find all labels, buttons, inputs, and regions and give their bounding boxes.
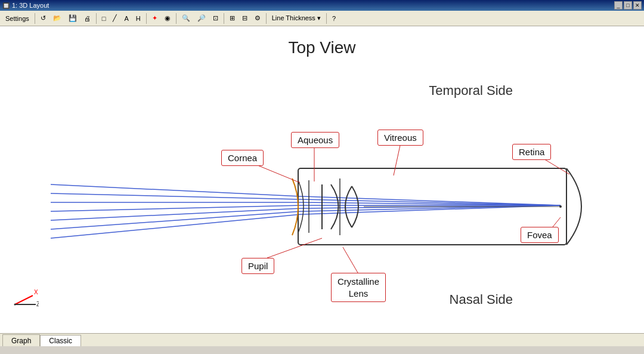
app-icon: 🔲: [2, 2, 10, 9]
rect-tool-button[interactable]: □: [99, 12, 109, 25]
view-icon: ⊟: [242, 14, 247, 22]
toolbar: Settings ↺ 📂 💾 🖨 □ ╱ A H ✦ ◉ 🔍 🔎 ⊡ ⊞ ⊟ ⚙…: [0, 11, 644, 26]
svg-text:X: X: [34, 289, 38, 295]
annotate-icon: ✦: [152, 14, 157, 22]
toolbar-separator-5: [224, 13, 224, 24]
close-button[interactable]: ✕: [633, 1, 642, 10]
layout-button[interactable]: ⊞: [227, 12, 238, 25]
temporal-label: Temporal Side: [429, 83, 513, 98]
retina-annotation: Retina: [512, 144, 551, 160]
title-bar-controls[interactable]: _ □ ✕: [614, 1, 642, 10]
vitreous-annotation: Vitreous: [377, 130, 423, 146]
zoom-in-button[interactable]: 🔍: [179, 12, 193, 25]
zoom-in-icon: 🔍: [182, 14, 190, 22]
rect-icon: □: [102, 15, 106, 22]
svg-point-19: [559, 205, 562, 208]
fovea-annotation: Fovea: [521, 227, 559, 243]
save-button[interactable]: 💾: [66, 12, 80, 25]
text-icon: A: [124, 15, 128, 22]
settings-label: Settings: [5, 15, 29, 22]
open-button[interactable]: 📂: [50, 12, 64, 25]
zoom-out-button[interactable]: 🔎: [194, 12, 209, 25]
toolbar-separator-2: [96, 13, 97, 24]
axis-indicator: X Z: [9, 284, 39, 313]
toolbar-separator-4: [176, 13, 177, 24]
svg-line-22: [394, 143, 401, 176]
folder-icon: 📂: [53, 14, 61, 22]
nasal-label: Nasal Side: [450, 292, 513, 307]
tab-classic[interactable]: Classic: [40, 335, 81, 346]
title-bar: 🔲 1: 3D Layout _ □ ✕: [0, 0, 644, 11]
maximize-button[interactable]: □: [624, 1, 632, 10]
layout-icon: ⊞: [230, 14, 235, 22]
cornea-annotation: Cornea: [221, 150, 264, 166]
svg-line-27: [15, 295, 33, 304]
settings2-icon: ⚙: [255, 14, 261, 22]
toolbar-separator-7: [326, 13, 327, 24]
highlight-button[interactable]: ◉: [162, 12, 174, 25]
pupil-annotation: Pupil: [242, 258, 274, 274]
crystalline-lens-annotation: CrystallineLens: [331, 273, 386, 302]
refresh-icon: ↺: [41, 14, 46, 22]
svg-text:Z: Z: [36, 301, 39, 307]
svg-point-31: [14, 304, 16, 306]
highlight-icon: ◉: [165, 14, 171, 22]
settings-button[interactable]: Settings: [2, 12, 32, 25]
toolbar-separator-3: [146, 13, 147, 24]
zoom-fit-button[interactable]: ⊡: [210, 12, 221, 25]
help-button[interactable]: ?: [329, 12, 339, 25]
settings2-button[interactable]: ⚙: [252, 12, 264, 25]
main-area: Top View Temporal Side Nasal Side Cornea…: [0, 26, 644, 346]
line-thickness-button[interactable]: Line Thickness ▾: [269, 12, 324, 25]
save-icon: 💾: [69, 14, 77, 22]
refresh-button[interactable]: ↺: [38, 12, 49, 25]
print-button[interactable]: 🖨: [81, 12, 94, 25]
line-tool-button[interactable]: ╱: [110, 12, 120, 25]
title-bar-left: 🔲 1: 3D Layout: [2, 2, 49, 9]
aqueous-annotation: Aqueous: [291, 132, 339, 148]
toolbar-separator-6: [266, 13, 267, 24]
zoom-fit-icon: ⊡: [213, 14, 218, 22]
line-icon: ╱: [113, 14, 117, 22]
line-thickness-label: Line Thickness ▾: [272, 14, 321, 22]
window-title: 1: 3D Layout: [12, 2, 49, 9]
diagram-svg: [0, 26, 644, 346]
text-size-button[interactable]: H: [133, 12, 144, 25]
svg-line-24: [267, 238, 322, 258]
diagram-title: Top View: [288, 38, 355, 57]
text-button[interactable]: A: [121, 12, 131, 25]
minimize-button[interactable]: _: [614, 1, 623, 10]
help-label: ?: [332, 15, 336, 22]
bottom-tabs: Graph Classic: [0, 333, 644, 346]
zoom-out-icon: 🔎: [197, 14, 206, 22]
view-button[interactable]: ⊟: [239, 12, 250, 25]
tab-graph[interactable]: Graph: [2, 334, 40, 346]
annotate-button[interactable]: ✦: [149, 12, 160, 25]
print-icon: 🖨: [84, 15, 91, 22]
toolbar-separator-1: [35, 13, 35, 24]
text-size-icon: H: [136, 15, 141, 22]
